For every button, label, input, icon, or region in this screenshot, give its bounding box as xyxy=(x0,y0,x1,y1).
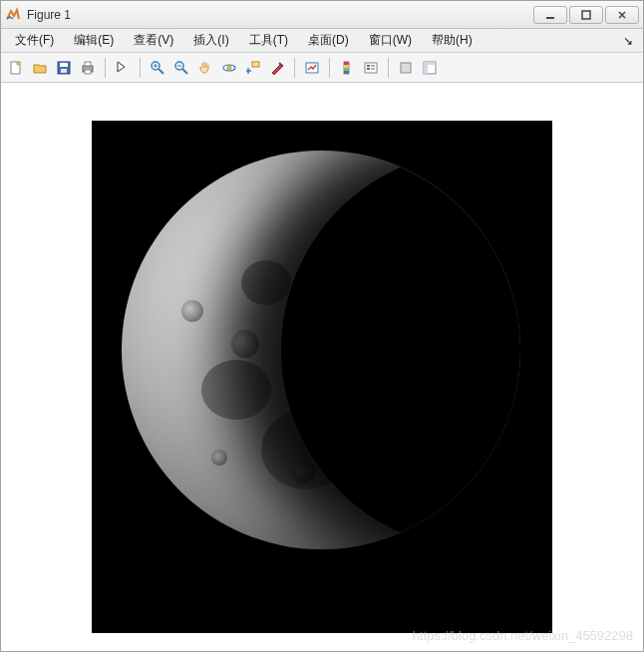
window-controls xyxy=(533,6,639,24)
titlebar: Figure 1 xyxy=(1,1,643,29)
axes-image xyxy=(92,121,552,633)
close-button[interactable] xyxy=(605,6,639,24)
zoom-out-button[interactable] xyxy=(170,57,192,79)
print-button[interactable] xyxy=(77,57,99,79)
menu-help[interactable]: 帮助(H) xyxy=(422,30,483,51)
svg-rect-26 xyxy=(344,68,349,71)
menubar: 文件(F) 编辑(E) 查看(V) 插入(I) 工具(T) 桌面(D) 窗口(W… xyxy=(1,29,643,53)
svg-rect-24 xyxy=(344,62,349,65)
moon-image xyxy=(122,151,520,549)
window-title: Figure 1 xyxy=(27,8,533,22)
svg-rect-8 xyxy=(85,62,91,66)
data-cursor-button[interactable] xyxy=(242,57,264,79)
svg-rect-9 xyxy=(85,70,91,74)
open-button[interactable] xyxy=(29,57,51,79)
menu-desktop[interactable]: 桌面(D) xyxy=(298,30,359,51)
pan-button[interactable] xyxy=(194,57,216,79)
menu-file[interactable]: 文件(F) xyxy=(5,30,64,51)
figure-content-area: https://blog.csdn.net/weixin_45592298 xyxy=(1,83,643,651)
toolbar-separator xyxy=(140,58,141,78)
svg-line-11 xyxy=(159,69,163,74)
matlab-logo-icon xyxy=(5,7,21,23)
svg-line-15 xyxy=(182,69,187,74)
svg-rect-5 xyxy=(60,63,68,67)
zoom-in-button[interactable] xyxy=(147,57,168,79)
minimize-button[interactable] xyxy=(533,6,567,24)
toolbar-separator xyxy=(388,58,389,78)
svg-point-18 xyxy=(227,66,231,70)
new-figure-button[interactable] xyxy=(5,57,27,79)
figure-window: Figure 1 文件(F) 编辑(E) 查看(V) 插入(I) 工具(T) 桌… xyxy=(0,0,644,652)
maximize-button[interactable] xyxy=(569,6,603,24)
menu-view[interactable]: 查看(V) xyxy=(124,30,183,51)
svg-rect-1 xyxy=(582,11,590,19)
svg-rect-28 xyxy=(365,63,377,73)
svg-rect-25 xyxy=(344,65,349,68)
svg-rect-0 xyxy=(546,17,554,19)
menu-edit[interactable]: 编辑(E) xyxy=(64,30,124,51)
menu-dropdown-arrow-icon[interactable]: ↘ xyxy=(617,34,639,48)
toolbar-separator xyxy=(294,58,295,78)
link-plot-button[interactable] xyxy=(301,57,323,79)
toolbar-separator xyxy=(105,58,106,78)
svg-rect-33 xyxy=(401,63,411,73)
hide-plot-tools-button[interactable] xyxy=(395,57,417,79)
toolbar xyxy=(1,53,643,83)
menu-window[interactable]: 窗口(W) xyxy=(359,30,422,51)
watermark-text: https://blog.csdn.net/weixin_45592298 xyxy=(413,628,633,643)
menu-tools[interactable]: 工具(T) xyxy=(239,30,298,51)
insert-colorbar-button[interactable] xyxy=(336,57,358,79)
edit-plot-button[interactable] xyxy=(112,57,134,79)
svg-rect-19 xyxy=(252,62,259,67)
insert-legend-button[interactable] xyxy=(360,57,382,79)
save-button[interactable] xyxy=(53,57,75,79)
svg-rect-27 xyxy=(344,71,349,74)
brush-button[interactable] xyxy=(266,57,288,79)
show-plot-tools-button[interactable] xyxy=(419,57,441,79)
svg-rect-36 xyxy=(424,62,436,65)
rotate-3d-button[interactable] xyxy=(218,57,240,79)
toolbar-separator xyxy=(329,58,330,78)
menu-insert[interactable]: 插入(I) xyxy=(183,30,238,51)
svg-rect-6 xyxy=(61,69,67,73)
